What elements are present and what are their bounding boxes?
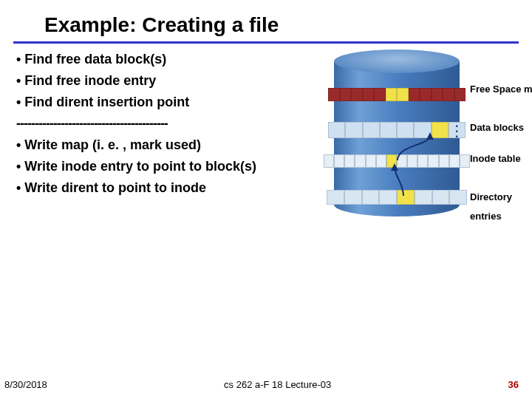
bullet-list: Find free data block(s) Find free inode …: [16, 50, 334, 242]
label-inode-table: Inode table: [470, 153, 521, 164]
footer-page-number: 36: [508, 379, 519, 390]
label-data-blocks: Data blocks: [470, 122, 524, 133]
label-directory: Directory: [470, 191, 512, 202]
arrow-dirent-to-inode: [387, 163, 417, 199]
bullet-item: Find free inode entry: [16, 71, 334, 91]
divider: ----------------------------------------…: [16, 114, 334, 134]
arrow-inode-to-block: [392, 132, 436, 163]
slide-header: Example: Creating a file: [0, 0, 532, 37]
ellipsis-icon: ...: [455, 120, 458, 136]
bullet-item: Find dirent insertion point: [16, 92, 334, 112]
bullet-item: Find free data block(s): [16, 50, 334, 69]
slide-title: Example: Creating a file: [44, 13, 532, 37]
bullet-item: Write inode entry to point to block(s): [16, 157, 334, 177]
slide-content: Find free data block(s) Find free inode …: [0, 44, 532, 242]
bullet-item: Write map (i. e. , mark used): [16, 135, 334, 155]
svg-marker-1: [391, 163, 398, 171]
svg-marker-0: [426, 132, 434, 140]
bullet-item: Write dirent to point to inode: [16, 178, 334, 198]
slide-footer: 8/30/2018 cs 262 a-F 18 Lecture-03 36: [0, 379, 532, 390]
footer-date: 8/30/2018: [4, 379, 47, 390]
footer-center: cs 262 a-F 18 Lecture-03: [224, 379, 331, 390]
label-entries: entries: [470, 211, 502, 222]
label-free-space-map: Free Space map: [470, 83, 532, 95]
cylinder-top: [334, 50, 460, 73]
free-space-map-row: [328, 88, 466, 101]
disk-diagram: ... Free Space map Data blocks Inode tab…: [334, 50, 522, 242]
